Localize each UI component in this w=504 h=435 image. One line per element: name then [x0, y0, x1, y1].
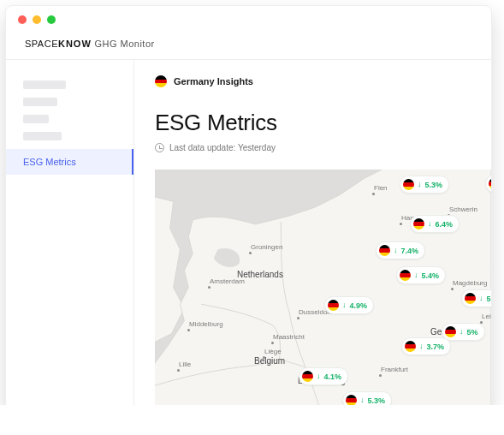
app-window: SPACEKNOW GHG Monitor ESG Metrics German…: [5, 5, 492, 405]
arrow-down-icon: ↓: [460, 328, 464, 336]
metric-pill[interactable]: ↓5.3%: [400, 176, 449, 194]
arrow-down-icon: ↓: [414, 271, 418, 279]
metric-pill[interactable]: ↓5.3%: [461, 289, 491, 307]
sidebar-item-placeholder: [23, 115, 49, 123]
metric-value: 5%: [467, 328, 478, 337]
sidebar-item-label: ESG Metrics: [23, 157, 76, 167]
metric-pill[interactable]: [485, 175, 491, 193]
metric-value: 7.4%: [401, 247, 419, 255]
main-content: Germany Insights ESG Metrics Last data u…: [134, 60, 491, 405]
window-close-button[interactable]: [18, 15, 27, 24]
city-label: Liège: [264, 348, 282, 355]
city-label: Frankfurt: [381, 366, 408, 373]
germany-flag-icon: [400, 270, 411, 281]
metric-value: 4.9%: [350, 301, 368, 310]
titlebar: [6, 6, 491, 33]
arrow-down-icon: ↓: [394, 247, 398, 254]
metric-pill[interactable]: ↓4.9%: [324, 296, 374, 314]
city-dot: [177, 369, 180, 372]
window-zoom-button[interactable]: [47, 15, 56, 24]
metric-pill[interactable]: ↓6.4%: [410, 215, 460, 233]
germany-flag-icon: [465, 293, 476, 304]
germany-flag-icon: [302, 371, 313, 382]
city-dot: [451, 288, 454, 290]
sidebar-item-placeholder: [23, 98, 57, 106]
map[interactable]: NetherlandsBelgiumLuxembourgGerrGroninge…: [155, 170, 491, 405]
germany-flag-icon: [403, 179, 414, 190]
app-body: ESG Metrics Germany Insights ESG Metrics…: [6, 60, 491, 405]
germany-flag-icon: [346, 395, 357, 405]
city-label: Leip: [482, 313, 491, 320]
germany-flag-icon: [155, 75, 167, 87]
city-label: Lille: [179, 361, 191, 368]
germany-flag-icon: [328, 300, 339, 311]
window-minimize-button[interactable]: [33, 15, 41, 24]
city-dot: [297, 317, 299, 319]
page-title: ESG Metrics: [155, 110, 491, 136]
metric-pill[interactable]: ↓4.1%: [299, 367, 348, 385]
country-label: Netherlands: [237, 270, 283, 279]
brand: SPACEKNOW GHG Monitor: [25, 39, 472, 49]
last-updated: Last data update: Yesterday: [155, 143, 491, 152]
country-label: Belgium: [254, 356, 285, 366]
breadcrumb-label: Germany Insights: [174, 76, 253, 86]
metric-value: 4.1%: [324, 372, 342, 381]
city-dot: [249, 252, 252, 254]
clock-icon: [155, 143, 164, 152]
arrow-down-icon: ↓: [418, 181, 422, 188]
metric-pill[interactable]: ↓5%: [442, 323, 485, 341]
city-dot: [187, 329, 190, 331]
germany-flag-icon: [489, 178, 491, 189]
sidebar-item-esg-metrics[interactable]: ESG Metrics: [6, 149, 133, 175]
city-label: Amsterdam: [210, 277, 245, 285]
germany-flag-icon: [413, 218, 424, 229]
city-label: Maastricht: [273, 333, 305, 341]
arrow-down-icon: ↓: [419, 343, 424, 350]
metric-pill[interactable]: [490, 259, 491, 277]
arrow-down-icon: ↓: [479, 295, 483, 302]
metric-value: 6.4%: [436, 220, 454, 229]
sidebar: ESG Metrics: [6, 60, 134, 405]
sidebar-item-placeholder: [23, 80, 66, 89]
city-dot: [400, 223, 402, 225]
metric-value: 5.3%: [487, 295, 492, 303]
city-dot: [271, 342, 274, 344]
city-label: Magdeburg: [453, 279, 487, 287]
city-label: Flen: [374, 184, 388, 192]
arrow-down-icon: ↓: [317, 372, 321, 380]
city-label: Middelburg: [189, 320, 223, 328]
metric-pill[interactable]: ↓7.4%: [376, 241, 425, 259]
arrow-down-icon: ↓: [360, 396, 365, 404]
city-dot: [263, 356, 265, 359]
brand-product: GHG Monitor: [94, 39, 154, 49]
arrow-down-icon: ↓: [342, 301, 347, 309]
metric-pill[interactable]: ↓3.7%: [401, 337, 451, 355]
breadcrumb: Germany Insights: [155, 75, 491, 87]
sidebar-item-placeholder: [23, 132, 62, 140]
germany-flag-icon: [445, 326, 456, 337]
metric-value: 5.3%: [368, 396, 386, 405]
germany-flag-icon: [405, 341, 416, 352]
metric-pill[interactable]: ↓5.3%: [342, 391, 392, 405]
city-label: Schwerin: [449, 206, 477, 213]
brand-first: SPACE: [25, 39, 58, 49]
city-dot: [379, 374, 382, 377]
city-label: Groningen: [251, 243, 282, 251]
metric-value: 3.7%: [427, 343, 445, 351]
metric-pill[interactable]: ↓5.4%: [396, 266, 446, 284]
metric-value: 5.4%: [422, 271, 440, 280]
last-updated-text: Last data update: Yesterday: [169, 143, 276, 152]
brand-second: KNOW: [58, 39, 92, 49]
arrow-down-icon: ↓: [428, 220, 432, 228]
map-overlay: NetherlandsBelgiumLuxembourgGerrGroninge…: [155, 170, 491, 405]
city-dot: [372, 193, 375, 195]
germany-flag-icon: [379, 245, 390, 256]
metric-value: 5.3%: [425, 181, 443, 189]
app-header: SPACEKNOW GHG Monitor: [6, 33, 491, 60]
city-dot: [208, 286, 210, 289]
